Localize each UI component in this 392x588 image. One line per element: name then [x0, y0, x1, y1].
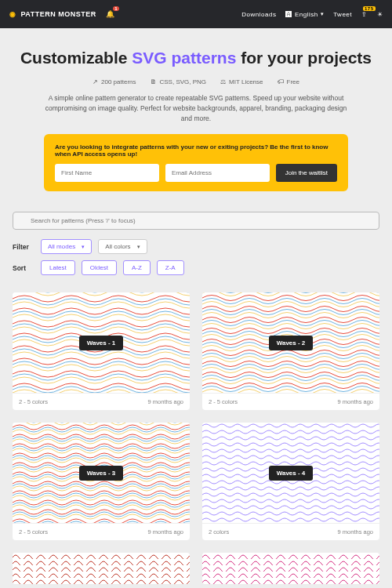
hero: Customizable SVG patterns for your proje… — [0, 28, 392, 201]
sort-az[interactable]: A-Z — [123, 260, 151, 275]
chevron-down-icon: ▾ — [82, 244, 85, 250]
meta-patterns: ↗200 patterns — [93, 78, 136, 85]
pattern-card[interactable]: Waves - 4 2 colors9 months ago — [202, 423, 379, 540]
share-icon: ⇪ — [361, 11, 368, 18]
tag-icon: 🏷 — [278, 78, 284, 85]
navbar: ◉ PATTERN MONSTER 🔔 1 Downloads 🅰 Englis… — [0, 0, 392, 28]
pattern-title: Waves - 3 — [79, 466, 124, 481]
meta-formats: 🗎CSS, SVG, PNG — [151, 78, 207, 85]
filter-label: Filter — [13, 243, 34, 251]
brand-name[interactable]: PATTERN MONSTER — [21, 10, 96, 18]
translate-icon: 🅰 — [285, 11, 292, 18]
pattern-title: Waves - 4 — [269, 466, 314, 481]
language-selector[interactable]: 🅰 English ▾ — [285, 11, 324, 18]
waitlist-box: Are you looking to integrate patterns wi… — [44, 134, 348, 191]
chevron-down-icon: ▾ — [321, 11, 325, 17]
filter-modes-select[interactable]: All modes▾ — [41, 239, 92, 254]
pattern-title: Waves - 2 — [269, 336, 314, 350]
sort-za[interactable]: Z-A — [157, 260, 184, 275]
pattern-card[interactable] — [13, 553, 190, 584]
theme-toggle[interactable]: ☀ — [377, 11, 383, 18]
meta-price: 🏷Free — [278, 78, 299, 85]
meta-row: ↗200 patterns 🗎CSS, SVG, PNG ⚖MIT Licens… — [19, 78, 373, 85]
filter-colors-select[interactable]: All colors▾ — [98, 239, 147, 254]
color-count: 2 - 5 colors — [19, 398, 48, 405]
color-count: 2 - 5 colors — [209, 398, 238, 405]
sort-oldest[interactable]: Oldest — [82, 260, 117, 275]
downloads-link[interactable]: Downloads — [241, 11, 276, 18]
share-count-badge: 175 — [363, 6, 376, 11]
sort-latest[interactable]: Latest — [41, 260, 75, 275]
pattern-card[interactable]: Waves - 2 2 - 5 colors9 months ago — [202, 292, 379, 410]
email-input[interactable] — [165, 164, 270, 182]
age: 9 months ago — [338, 398, 373, 405]
waitlist-prompt: Are you looking to integrate patterns wi… — [55, 143, 337, 158]
pattern-card[interactable]: Waves - 3 2 - 5 colors9 months ago — [13, 423, 190, 540]
pattern-card[interactable]: Waves - 1 2 - 5 colors9 months ago — [13, 292, 190, 410]
bell-icon: 🔔 — [106, 10, 115, 18]
age: 9 months ago — [338, 528, 373, 535]
pattern-title: Waves - 1 — [79, 336, 124, 350]
meta-license: ⚖MIT License — [220, 78, 263, 85]
trend-icon: ↗ — [93, 78, 98, 85]
join-waitlist-button[interactable]: Join the waitlist — [276, 164, 337, 182]
sort-label: Sort — [13, 264, 34, 272]
controls: 🔍 Filter All modes▾ All colors▾ Sort Lat… — [0, 201, 392, 281]
age: 9 months ago — [148, 398, 183, 405]
search-input[interactable] — [13, 212, 379, 230]
notification-badge: 1 — [113, 6, 119, 11]
color-count: 2 colors — [209, 528, 229, 535]
logo-icon: ◉ — [9, 10, 16, 18]
nav-right: Downloads 🅰 English ▾ Tweet ⇪ 175 ☀ — [241, 11, 383, 18]
share-button[interactable]: ⇪ 175 — [361, 11, 368, 18]
first-name-input[interactable] — [55, 164, 159, 182]
page-title: Customizable SVG patterns for your proje… — [19, 49, 373, 67]
pattern-grid: Waves - 1 2 - 5 colors9 months ago Waves… — [0, 281, 392, 588]
pattern-card[interactable] — [202, 553, 379, 584]
svg-rect-15 — [13, 553, 190, 584]
waves-preview — [13, 553, 190, 584]
tweet-button[interactable]: Tweet — [333, 11, 352, 18]
file-icon: 🗎 — [151, 78, 157, 85]
notifications-button[interactable]: 🔔 1 — [106, 10, 115, 18]
age: 9 months ago — [148, 528, 183, 535]
chevron-down-icon: ▾ — [137, 244, 140, 250]
waves-preview — [202, 553, 379, 584]
hero-description: A simple online pattern generator to cre… — [43, 93, 349, 123]
scale-icon: ⚖ — [220, 78, 226, 85]
color-count: 2 - 5 colors — [19, 528, 48, 535]
svg-rect-17 — [202, 553, 379, 584]
